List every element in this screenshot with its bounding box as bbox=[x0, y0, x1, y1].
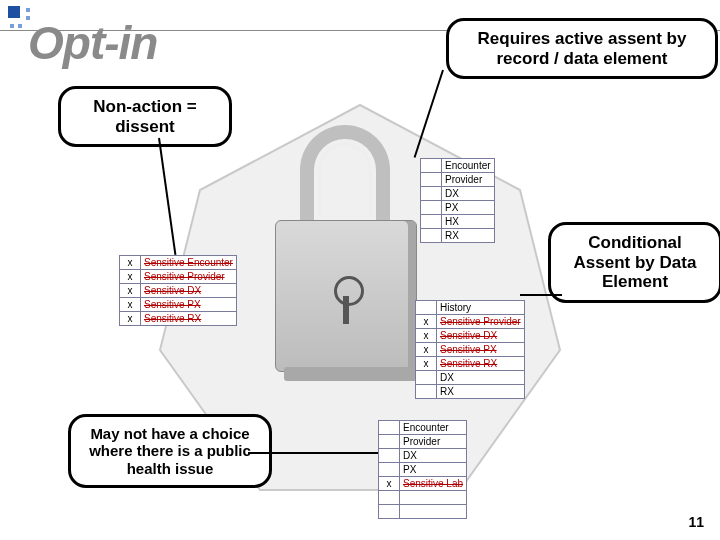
callout-public-health: May not have a choice where there is a p… bbox=[68, 414, 272, 488]
table-bottom: EncounterProviderDXPXxSensitive Lab bbox=[378, 420, 467, 519]
slide: Opt-in Requires active assent by record … bbox=[0, 0, 720, 540]
slide-title: Opt-in bbox=[28, 16, 157, 70]
page-number: 11 bbox=[688, 514, 704, 530]
table-top-right: EncounterProviderDXPXHXRX bbox=[420, 158, 495, 243]
callout-requires-assent: Requires active assent by record / data … bbox=[446, 18, 718, 79]
connector-line bbox=[520, 294, 562, 296]
callout-conditional-assent: Conditional Assent by Data Element bbox=[548, 222, 720, 303]
connector-line bbox=[248, 452, 378, 454]
table-mid-right: HistoryxSensitive ProviderxSensitive DXx… bbox=[415, 300, 525, 399]
table-left-sensitive: xSensitive EncounterxSensitive Providerx… bbox=[119, 255, 237, 326]
callout-nonaction-dissent: Non-action = dissent bbox=[58, 86, 232, 147]
padlock-icon bbox=[260, 125, 430, 375]
